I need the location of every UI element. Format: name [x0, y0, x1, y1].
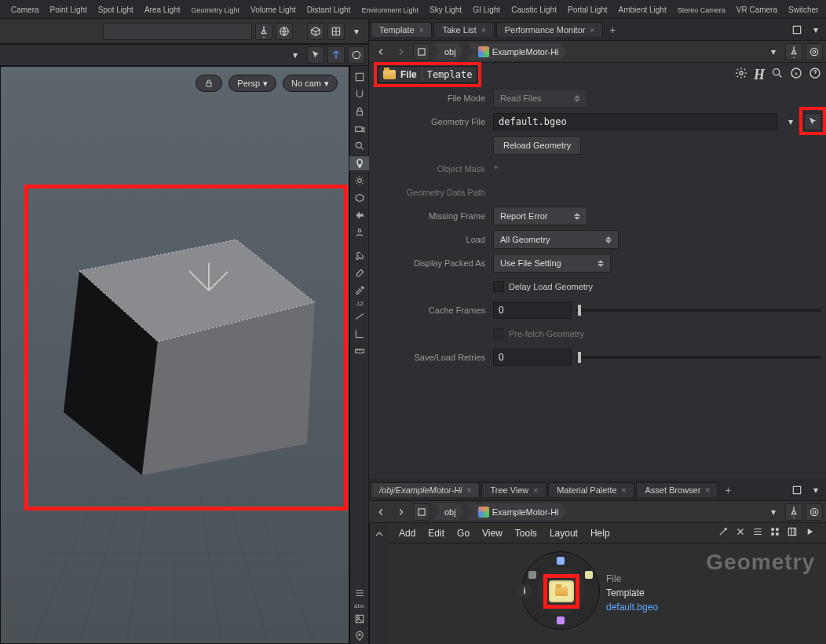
- help-h-icon[interactable]: H: [754, 67, 765, 83]
- shelf-distant-light[interactable]: Distant Light: [302, 2, 356, 16]
- node-info-icon[interactable]: i: [517, 584, 532, 598]
- shelf-switcher[interactable]: Switcher: [784, 2, 823, 16]
- pin-icon[interactable]: [255, 23, 272, 40]
- flag-display-icon[interactable]: [557, 557, 565, 565]
- shelf-stereo-camera[interactable]: Stereo Camera: [673, 2, 730, 16]
- pane-maximize-icon[interactable]: [788, 481, 806, 499]
- packed-select[interactable]: Use File Setting: [493, 254, 611, 273]
- sb-plane-icon[interactable]: [352, 309, 367, 324]
- grid-toggle-icon[interactable]: [327, 23, 345, 40]
- box-icon[interactable]: [307, 23, 324, 40]
- toolbar-dropdown-icon[interactable]: ▾: [348, 23, 365, 40]
- retries-input[interactable]: [493, 349, 572, 366]
- tab-add-icon[interactable]: +: [605, 22, 620, 38]
- sb-list-icon[interactable]: [352, 585, 367, 601]
- flag-bypass-icon[interactable]: [528, 571, 536, 579]
- tab-asset-browser[interactable]: Asset Browser×: [636, 482, 718, 497]
- menu-tools[interactable]: Tools: [515, 528, 537, 539]
- flag-render-icon[interactable]: [557, 617, 565, 624]
- crumb-obj[interactable]: obj: [433, 503, 464, 521]
- nav-net-icon[interactable]: [413, 503, 430, 521]
- crumb-dropdown-icon[interactable]: ▾: [765, 503, 782, 521]
- viewport-3d[interactable]: Persp▾ No cam▾: [0, 66, 349, 644]
- info-icon[interactable]: [790, 67, 802, 83]
- nav-net-icon[interactable]: [413, 43, 430, 60]
- crumb-obj[interactable]: obj: [433, 43, 464, 60]
- sb-lock-icon[interactable]: [352, 104, 367, 119]
- flag-template-icon[interactable]: [585, 571, 593, 579]
- sb-arrow-icon[interactable]: [352, 207, 367, 223]
- sb-image-icon[interactable]: [352, 611, 367, 627]
- network-graph[interactable]: Geometry i: [388, 543, 826, 644]
- tab-close-icon[interactable]: ×: [622, 486, 627, 495]
- pane-maximize-icon[interactable]: [788, 21, 806, 38]
- shelf-vr-camera[interactable]: VR Camera: [732, 2, 782, 16]
- node-tile[interactable]: [549, 580, 574, 602]
- camera-persp-select[interactable]: Persp▾: [228, 75, 276, 92]
- tab-tree-view[interactable]: Tree View×: [481, 482, 546, 497]
- tab-close-icon[interactable]: ×: [419, 26, 424, 35]
- select-arrow-icon[interactable]: [307, 46, 324, 64]
- node-file-link[interactable]: default.bgeo: [606, 600, 658, 614]
- retries-slider[interactable]: [576, 356, 821, 359]
- shelf-sky-light[interactable]: Sky Light: [425, 2, 466, 16]
- shelf-gi-light[interactable]: GI Light: [468, 2, 505, 16]
- cache-frames-input[interactable]: [493, 302, 572, 319]
- nav-fwd-icon[interactable]: [393, 43, 410, 60]
- tab-material-palette[interactable]: Material Palette×: [548, 482, 634, 497]
- tool-list-icon[interactable]: [752, 526, 763, 540]
- shelf-camera[interactable]: Camera: [6, 2, 44, 16]
- sb-view-icon[interactable]: [352, 69, 367, 85]
- geo-file-input[interactable]: [493, 113, 777, 130]
- lock-view-icon[interactable]: [196, 75, 222, 92]
- nav-back-icon[interactable]: [372, 43, 389, 60]
- load-select[interactable]: All Geometry: [493, 230, 619, 249]
- view-selector[interactable]: [103, 23, 252, 40]
- tool-columns-icon[interactable]: [787, 526, 798, 540]
- missing-frame-select[interactable]: Report Error: [493, 207, 587, 225]
- sb-search-icon[interactable]: [352, 138, 367, 154]
- crumb-dropdown-icon[interactable]: ▾: [765, 43, 782, 60]
- sub-dropdown-icon[interactable]: ▾: [287, 46, 304, 64]
- shelf-env-light[interactable]: Environment Light: [356, 2, 423, 16]
- globe-icon[interactable]: [276, 23, 293, 40]
- sb-eyedropper-icon[interactable]: [352, 283, 367, 298]
- tool-wand-icon[interactable]: [718, 526, 729, 540]
- shelf-ambient-light[interactable]: Ambient Light: [614, 2, 671, 16]
- pin-icon[interactable]: [785, 43, 802, 60]
- nav-fwd-icon[interactable]: [393, 503, 410, 521]
- tool-grid-icon[interactable]: [769, 526, 780, 540]
- crumb-node[interactable]: ExampleMotor-Hi: [467, 43, 567, 60]
- tool-play-icon[interactable]: [804, 526, 815, 540]
- sb-person-icon[interactable]: [352, 225, 367, 240]
- tab-take-list[interactable]: Take List×: [433, 22, 494, 37]
- sb-sun-icon[interactable]: [352, 173, 367, 188]
- sb-wrench-icon[interactable]: [352, 248, 367, 264]
- menu-view[interactable]: View: [482, 528, 503, 539]
- sb-magnet-icon[interactable]: [352, 86, 367, 102]
- shelf-spot-light[interactable]: Spot Light: [93, 2, 138, 16]
- sb-axis-icon[interactable]: [352, 326, 367, 342]
- tab-close-icon[interactable]: ×: [590, 26, 594, 35]
- delay-load-checkbox[interactable]: [493, 281, 504, 292]
- pane-menu-icon[interactable]: ▾: [807, 481, 824, 499]
- tab-network-path[interactable]: /obj/ExampleMotor-Hi×: [371, 482, 480, 497]
- shelf-volume-light[interactable]: Volume Light: [246, 2, 301, 16]
- globe-small-icon[interactable]: [348, 46, 365, 64]
- pin-icon[interactable]: [785, 503, 802, 521]
- menu-help[interactable]: Help: [590, 528, 610, 539]
- tab-add-icon[interactable]: +: [720, 482, 736, 498]
- target-icon[interactable]: [806, 503, 823, 521]
- gear-icon[interactable]: [735, 67, 747, 83]
- tab-template[interactable]: Template×: [371, 22, 432, 37]
- node-file-template[interactable]: i File Template default.bgeo: [521, 551, 600, 630]
- tab-close-icon[interactable]: ×: [467, 486, 472, 495]
- shelf-point-light[interactable]: Point Light: [46, 2, 92, 16]
- shelf-geo-light[interactable]: Geometry Light: [186, 2, 244, 16]
- handle-style-icon[interactable]: [327, 46, 345, 64]
- menu-edit[interactable]: Edit: [428, 528, 444, 539]
- menu-add[interactable]: Add: [399, 528, 415, 539]
- search-icon[interactable]: [771, 67, 784, 83]
- help-q-icon[interactable]: [809, 67, 821, 83]
- crumb-node[interactable]: ExampleMotor-Hi: [467, 503, 567, 521]
